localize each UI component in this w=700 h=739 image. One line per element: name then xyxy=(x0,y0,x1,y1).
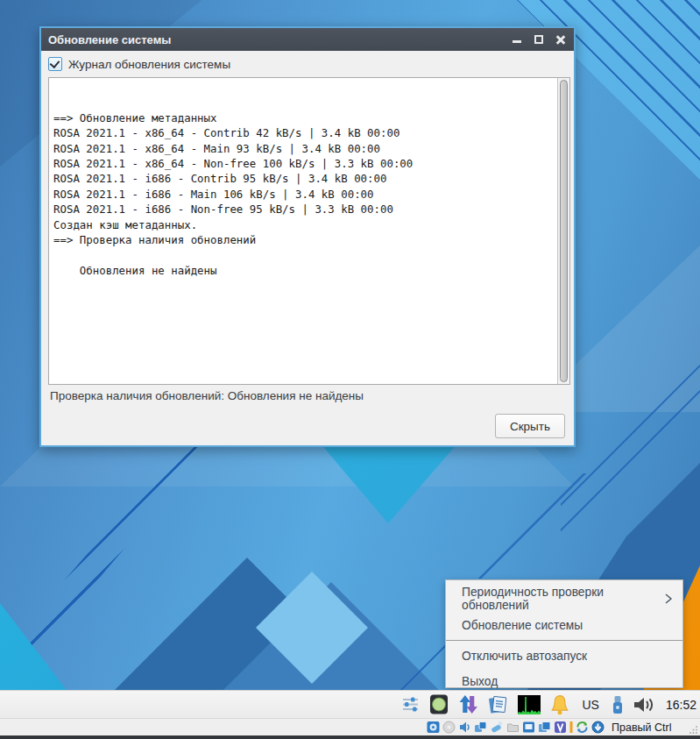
log-checkbox-label: Журнал обновления системы xyxy=(68,58,230,71)
volume-icon[interactable] xyxy=(633,696,655,714)
hard-disks-icon[interactable] xyxy=(427,721,440,734)
removable-media-icon[interactable] xyxy=(612,695,624,714)
mouse-integration-icon[interactable] xyxy=(576,721,589,734)
virtualbox-status-icons: Правый Ctrl xyxy=(427,719,671,735)
keyboard-layout-indicator[interactable]: US xyxy=(583,698,599,712)
menu-item-disable-autostart[interactable]: Отключить автозапуск xyxy=(446,643,682,669)
taskbar: US 16:52 xyxy=(0,690,700,718)
optical-drives-icon[interactable] xyxy=(442,721,456,734)
keyboard-capture-icon[interactable] xyxy=(591,721,605,734)
checkmark-icon xyxy=(50,58,60,68)
hide-button[interactable]: Скрыть xyxy=(495,414,565,438)
submenu-arrow-icon xyxy=(663,593,674,604)
minimize-icon xyxy=(513,40,521,43)
desktop: Обновление системы Журнал обновления сис… xyxy=(0,0,700,739)
menu-separator xyxy=(446,640,682,641)
features-icon[interactable] xyxy=(554,721,567,734)
log-checkbox-row: Журнал обновления системы xyxy=(48,57,230,71)
window-title: Обновление системы xyxy=(48,33,171,46)
status-indicator-icon[interactable] xyxy=(428,694,449,714)
minimize-button[interactable] xyxy=(511,33,523,46)
window-titlebar[interactable]: Обновление системы xyxy=(41,28,574,51)
log-scrollbar[interactable] xyxy=(557,78,569,384)
clock[interactable]: 16:52 xyxy=(666,698,696,712)
log-checkbox[interactable] xyxy=(48,57,62,71)
window-controls xyxy=(511,33,567,46)
shared-folders-icon[interactable] xyxy=(506,721,520,734)
update-log-view[interactable]: ==> Обновление метаданных ROSA 2021.1 - … xyxy=(48,77,570,385)
status-text: Проверка наличия обновлений: Обновления … xyxy=(50,389,364,402)
display-icon[interactable] xyxy=(522,721,535,734)
log-scrollbar-thumb[interactable] xyxy=(560,80,568,382)
menu-item-system-update[interactable]: Обновление системы xyxy=(446,613,682,638)
network-transfer-icon[interactable] xyxy=(458,694,478,714)
host-key-label: Правый Ctrl xyxy=(612,721,671,734)
update-log-text: ==> Обновление метаданных ROSA 2021.1 - … xyxy=(49,78,569,280)
usb-devices-icon[interactable] xyxy=(490,721,504,734)
menu-item-update-schedule[interactable]: Периодичность проверки обновлений xyxy=(446,585,682,613)
maximize-button[interactable] xyxy=(533,33,545,46)
audio-icon[interactable] xyxy=(458,721,471,734)
network-icon[interactable] xyxy=(474,721,487,734)
clipboard-notes-icon[interactable] xyxy=(487,694,509,715)
virtualbox-statusbar: Правый Ctrl xyxy=(0,718,700,735)
audio-mixer-icon[interactable] xyxy=(401,695,420,714)
notifications-bell-icon[interactable] xyxy=(549,694,570,715)
system-tray: US 16:52 xyxy=(401,691,699,718)
vm-window-frame-edge xyxy=(0,735,700,739)
system-update-window: Обновление системы Журнал обновления сис… xyxy=(39,26,576,447)
seamless-windows-icon[interactable] xyxy=(538,721,551,734)
system-monitor-icon[interactable] xyxy=(518,695,541,714)
indicator-bar xyxy=(569,721,573,734)
tray-context-menu: Периодичность проверки обновлений Обновл… xyxy=(445,579,683,688)
close-button[interactable] xyxy=(555,33,567,46)
maximize-icon xyxy=(534,35,543,44)
